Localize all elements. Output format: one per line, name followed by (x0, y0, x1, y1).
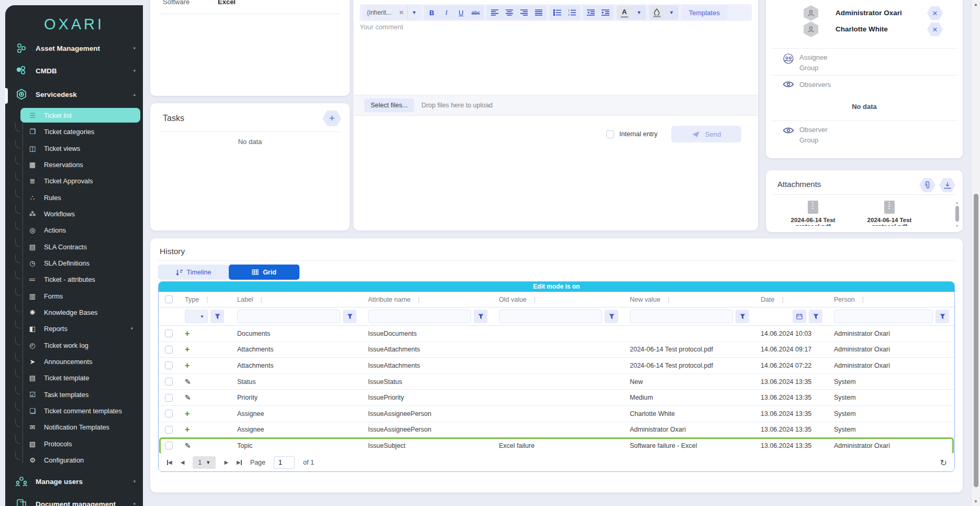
column-header-date[interactable]: Date⋮ (754, 296, 828, 303)
table-row[interactable]: + Assignee IssueAssigneePerson Charlotte… (159, 406, 954, 422)
column-header-label[interactable]: Label⋮ (231, 296, 362, 303)
row-checkbox[interactable] (165, 394, 173, 402)
sidebar-item-document-management[interactable]: Document management ▾ (5, 493, 143, 506)
sidebar-item-protocols[interactable]: ▧Protocols (20, 436, 140, 451)
sidebar-item-workflows[interactable]: ⁂Workflows (20, 206, 140, 221)
old-value-filter-button[interactable] (605, 310, 618, 323)
refresh-icon[interactable]: ↻ (940, 458, 947, 468)
sidebar-item-sla-contracts[interactable]: ▤SLA Contracts (20, 239, 140, 254)
old-value-filter-input[interactable] (499, 310, 602, 323)
chevron-down-icon[interactable]: ▼ (407, 5, 421, 20)
add-task-button[interactable]: + (322, 111, 341, 126)
date-filter-button[interactable] (809, 310, 822, 323)
column-header-type[interactable]: Type⋮ (179, 296, 231, 303)
attribute-filter-input[interactable] (368, 310, 471, 323)
scroll-up-icon[interactable]: ▲ (955, 201, 959, 204)
person-filter-button[interactable] (936, 310, 949, 323)
chevron-down-icon[interactable]: ▼ (632, 5, 646, 20)
table-row[interactable]: + Attachments IssueAttachments 2024-06-1… (159, 342, 954, 358)
italic-button[interactable]: I (440, 6, 453, 19)
download-all-button[interactable] (939, 178, 955, 192)
comment-input[interactable] (360, 23, 752, 94)
new-value-filter-button[interactable] (736, 310, 749, 323)
file-dropzone[interactable]: Select files... Drop files here to uploa… (354, 95, 758, 116)
column-menu-icon[interactable]: ⋮ (416, 296, 422, 303)
templates-button[interactable]: Templates (682, 5, 727, 20)
underline-button[interactable]: U (454, 6, 468, 19)
align-right-icon[interactable] (517, 6, 531, 19)
sidebar-item-ticket-categories[interactable]: ❐Ticket categories (20, 124, 140, 139)
tab-timeline[interactable]: Timeline (158, 265, 229, 280)
numbered-list-icon[interactable]: 13 (565, 6, 579, 19)
sidebar-item-reports[interactable]: ◧Reports▾ (20, 321, 140, 336)
attachments-scrollbar[interactable]: ▲ ▼ (954, 201, 960, 228)
label-filter-button[interactable] (343, 310, 357, 323)
bold-button[interactable]: B (425, 6, 439, 19)
sidebar-item-sla-definitions[interactable]: ◷SLA Definitions (20, 256, 140, 270)
sidebar-item-ticket-work-log[interactable]: ◴Ticket work log (20, 338, 140, 353)
font-family-select[interactable]: (inherit... ✕ ▼ (363, 5, 421, 20)
column-menu-icon[interactable]: ⋮ (532, 296, 538, 303)
row-checkbox[interactable] (165, 346, 173, 354)
sidebar-item-actions[interactable]: ◎Actions (20, 223, 140, 237)
attach-file-button[interactable] (919, 178, 936, 192)
column-header-old-value[interactable]: Old value⋮ (493, 296, 623, 303)
send-button[interactable]: Send (671, 126, 741, 142)
clear-font-icon[interactable]: ✕ (396, 9, 407, 16)
sidebar-item-manage-users[interactable]: Manage users ▾ (5, 471, 143, 492)
sidebar-item-servicedesk[interactable]: Servicedesk ▴ (5, 84, 143, 105)
indent-icon[interactable] (599, 6, 612, 19)
row-checkbox[interactable] (165, 361, 173, 369)
scroll-down-icon[interactable]: ▼ (955, 224, 959, 228)
align-center-icon[interactable] (503, 6, 516, 19)
sidebar-item-forms[interactable]: ▥Forms (20, 289, 140, 303)
remove-assignee-button[interactable]: ✕ (927, 23, 943, 36)
table-row[interactable]: + Attachments IssueAttachments 2024-06-1… (159, 358, 954, 374)
sidebar-item-ticket-comment-templates[interactable]: ❏Ticket comment templates (20, 403, 140, 418)
page-size-select[interactable]: 1▼ (193, 456, 216, 469)
attachment-file[interactable]: 2024-06-14 Testprotocol.pdf (858, 201, 921, 226)
table-row-highlighted[interactable]: ✎ Topic IssueSubject Excel failure Softw… (159, 438, 954, 454)
font-color-button[interactable]: A (617, 5, 632, 20)
last-page-button[interactable]: ▶ (237, 459, 242, 465)
sidebar-item-ticket-views[interactable]: ◫Ticket views (20, 141, 140, 156)
first-page-button[interactable]: ◀ (167, 459, 172, 465)
attribute-filter-button[interactable] (474, 310, 487, 323)
row-checkbox[interactable] (165, 378, 173, 386)
table-row[interactable]: + Documents IssueDocuments 14.06.2024 10… (159, 326, 954, 342)
new-value-filter-input[interactable] (630, 310, 733, 323)
table-row[interactable]: ✎ Priority IssuePriority Medium 13.06.20… (159, 390, 954, 406)
sidebar-item-announcements[interactable]: ➤Announcements (20, 354, 140, 369)
previous-page-button[interactable]: ◀ (181, 459, 185, 465)
column-menu-icon[interactable]: ⋮ (259, 296, 265, 303)
type-filter-button[interactable] (210, 310, 224, 323)
row-checkbox[interactable] (165, 329, 173, 337)
sidebar-item-task-templates[interactable]: ☑Task templates (20, 387, 140, 402)
label-filter-input[interactable] (237, 310, 340, 323)
scroll-up-icon[interactable]: ▲ (972, 2, 980, 7)
strikethrough-button[interactable]: abc (469, 6, 483, 19)
justify-icon[interactable] (532, 6, 545, 19)
row-checkbox[interactable] (165, 410, 173, 417)
sidebar-item-ticket-list[interactable]: ☰Ticket list (20, 108, 140, 123)
column-header-attribute-name[interactable]: Attribute name⋮ (362, 296, 493, 303)
next-page-button[interactable]: ▶ (224, 459, 228, 465)
sidebar-item-cmdb[interactable]: CMDB ▾ (5, 60, 143, 81)
column-header-person[interactable]: Person⋮ (828, 296, 954, 303)
sidebar-item-reservations[interactable]: ▦Reservations (20, 157, 140, 172)
sidebar-item-knowledge-bases[interactable]: ✺Knowledge Bases (20, 305, 140, 320)
bullet-list-icon[interactable] (551, 6, 564, 19)
sidebar-item-configuration[interactable]: ⚙Configuration (20, 453, 140, 467)
chevron-down-icon[interactable]: ▼ (665, 5, 678, 20)
date-filter-calendar-button[interactable] (793, 310, 806, 323)
table-row[interactable]: ✎ Status IssueStatus New 13.06.2024 13:3… (159, 374, 954, 390)
column-menu-icon[interactable]: ⋮ (779, 296, 786, 303)
column-menu-icon[interactable]: ⋮ (204, 296, 210, 303)
outdent-icon[interactable] (584, 6, 598, 19)
page-scrollbar[interactable]: ▲ ▼ (971, 0, 980, 506)
sidebar-item-ticket-approvals[interactable]: ≣Ticket Approvals (20, 173, 140, 188)
attachment-file[interactable]: 2024-06-14 Testprotocol.pdf (782, 201, 844, 226)
tab-grid[interactable]: Grid (229, 265, 299, 280)
column-menu-icon[interactable]: ⋮ (860, 296, 866, 303)
highlight-color-button[interactable] (649, 5, 665, 20)
